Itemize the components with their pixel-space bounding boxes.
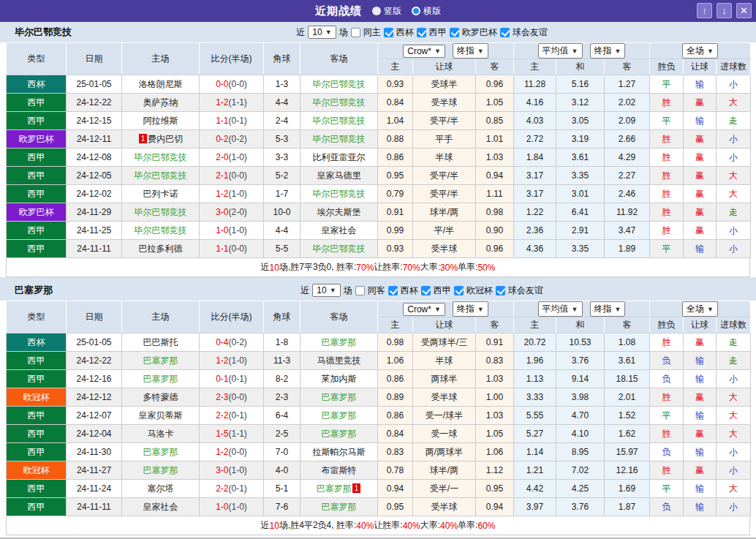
- radio-unselected-icon[interactable]: [372, 7, 381, 15]
- score-cell: 2-1(0-0): [200, 167, 264, 185]
- match-count-select[interactable]: 10 ▼: [312, 284, 340, 297]
- comp-checkbox-liga[interactable]: [421, 286, 431, 295]
- avg-draw-odds: 3.35: [556, 240, 605, 258]
- avg-draw-odds: 3.12: [556, 94, 605, 112]
- col-type: 类型: [7, 301, 67, 333]
- match-date-cell: 24-11-27: [67, 461, 122, 480]
- handicap-home-odds: 0.86: [378, 370, 413, 388]
- home-team-cell: 毕尔巴鄂竞技: [122, 167, 200, 185]
- comp-checkbox-ucl[interactable]: [454, 286, 464, 295]
- result-handicap: 输: [684, 407, 717, 425]
- result-wdl: 平: [650, 112, 684, 130]
- result-goals: 走: [717, 112, 751, 130]
- result-goals: 小: [717, 148, 751, 167]
- avg-away-odds: 1.69: [605, 480, 650, 498]
- home-team-cell: 巴拉多利德: [122, 240, 200, 258]
- score-cell: 0-1(0-1): [200, 370, 264, 388]
- halftime-score: (0-0): [229, 170, 247, 181]
- home-team-cell: 巴塞罗那: [122, 352, 200, 370]
- summary-segment: 10: [270, 521, 279, 531]
- score-cell: 1-1(0-1): [200, 112, 264, 130]
- average-select[interactable]: 平均值▼: [538, 43, 583, 59]
- avg-home-odds: 1.14: [514, 443, 556, 461]
- final-odds-select[interactable]: 终指▼: [453, 301, 488, 317]
- halftime-score: (0-0): [229, 244, 247, 254]
- comp-checkbox-liga[interactable]: [417, 28, 426, 37]
- chevron-down-icon: ▼: [707, 306, 714, 313]
- radio-vertical-label: 竖版: [384, 5, 401, 18]
- handicap-line: 受一球: [413, 425, 476, 443]
- away-team-cell: 巴塞罗那: [300, 333, 378, 352]
- comp-checkbox-friendly[interactable]: [496, 286, 505, 295]
- handicap-line: 受半球: [413, 498, 476, 516]
- final-odds-select-2[interactable]: 终指▼: [590, 43, 626, 59]
- radio-vertical-layout[interactable]: 竖版: [372, 5, 401, 18]
- match-type-cell: 西甲: [7, 425, 67, 443]
- match-type-cell: 西甲: [7, 222, 67, 240]
- fulltime-select[interactable]: 全场▼: [682, 43, 718, 59]
- halftime-score: (0-1): [229, 116, 247, 126]
- avg-home-odds: 1.84: [514, 148, 556, 167]
- handicap-home-odds: 0.79: [378, 185, 413, 203]
- handicap-home-odds: 0.94: [378, 480, 413, 498]
- avg-away-odds: 11.92: [605, 203, 650, 222]
- avg-home-odds: 4.36: [514, 240, 556, 258]
- comp-checkbox-cup[interactable]: [384, 28, 393, 37]
- comp-checkbox-cup[interactable]: [388, 286, 398, 295]
- summary-segment: 大率:: [420, 519, 440, 532]
- result-handicap: 输: [684, 480, 717, 498]
- move-up-button[interactable]: ↑: [697, 3, 712, 18]
- avg-away-odds: 2.66: [605, 130, 650, 148]
- sub-away: 客: [476, 59, 514, 75]
- handicap-away-odds: 1.11: [476, 185, 514, 203]
- final-odds-select-2[interactable]: 终指▼: [590, 301, 626, 317]
- match-count-select[interactable]: 10 ▼: [308, 26, 336, 39]
- games-label: 场: [339, 26, 348, 39]
- away-team-name: 巴塞罗那: [322, 392, 357, 402]
- chevron-down-icon: ▼: [572, 306, 578, 313]
- avg-away-odds: 3.47: [605, 222, 650, 240]
- result-wdl: 胜: [650, 185, 684, 203]
- score-cell: 2-0(1-0): [200, 148, 264, 167]
- comp-checkbox-europa[interactable]: [450, 28, 459, 37]
- sub-avg-away: 客: [605, 317, 650, 333]
- summary-segment: 50%: [477, 263, 495, 273]
- bookmaker-select[interactable]: Crow*▼: [403, 303, 445, 316]
- bookmaker-select[interactable]: Crow*▼: [403, 45, 445, 58]
- away-team-name: 莱加内斯: [322, 374, 357, 384]
- games-label: 场: [344, 284, 352, 297]
- result-wdl: 负: [650, 352, 684, 370]
- radio-horizontal-layout[interactable]: 横版: [412, 5, 441, 18]
- handicap-away-odds: 1.01: [476, 130, 514, 148]
- avg-draw-odds: 4.25: [556, 480, 605, 498]
- handicap-line: 受半球: [413, 388, 476, 407]
- home-team-name: 巴塞罗那: [143, 465, 178, 475]
- corner-cell: 2-5: [264, 425, 300, 443]
- home-team-name: 巴塞罗那: [143, 447, 178, 457]
- result-handicap: 赢: [684, 94, 717, 112]
- handicap-away-odds: 1.00: [476, 388, 514, 407]
- same-venue-checkbox[interactable]: [351, 28, 360, 37]
- avg-home-odds: 4.03: [514, 112, 556, 130]
- result-wdl: 平: [650, 75, 684, 94]
- away-team-cell: 巴塞罗那: [300, 498, 378, 516]
- average-select[interactable]: 平均值▼: [538, 301, 583, 317]
- radio-selected-icon[interactable]: [412, 7, 420, 15]
- avg-away-odds: 15.97: [605, 443, 650, 461]
- result-goals: 小: [717, 370, 751, 388]
- result-handicap: 赢: [684, 130, 717, 148]
- home-team-name: 阿拉维斯: [143, 116, 178, 126]
- match-date-cell: 24-12-02: [67, 185, 122, 203]
- final-odds-select[interactable]: 终指▼: [453, 43, 488, 59]
- handicap-line: 平手: [413, 130, 476, 148]
- move-down-button[interactable]: ↓: [717, 3, 732, 18]
- comp-checkbox-friendly[interactable]: [500, 28, 510, 37]
- sub-handicap: 让球: [413, 59, 476, 75]
- same-venue-checkbox[interactable]: [355, 286, 365, 295]
- result-goals: 走: [717, 333, 751, 352]
- results-table-bilbao: 类型 日期 主场 比分(半场) 角球 客场 Crow*▼ 终指▼ 平均值▼ 终指…: [6, 42, 751, 258]
- avg-away-odds: 2.27: [605, 167, 650, 185]
- close-button[interactable]: ✕: [736, 3, 752, 18]
- avg-home-odds: 20.72: [514, 333, 556, 352]
- fulltime-select[interactable]: 全场▼: [682, 301, 718, 317]
